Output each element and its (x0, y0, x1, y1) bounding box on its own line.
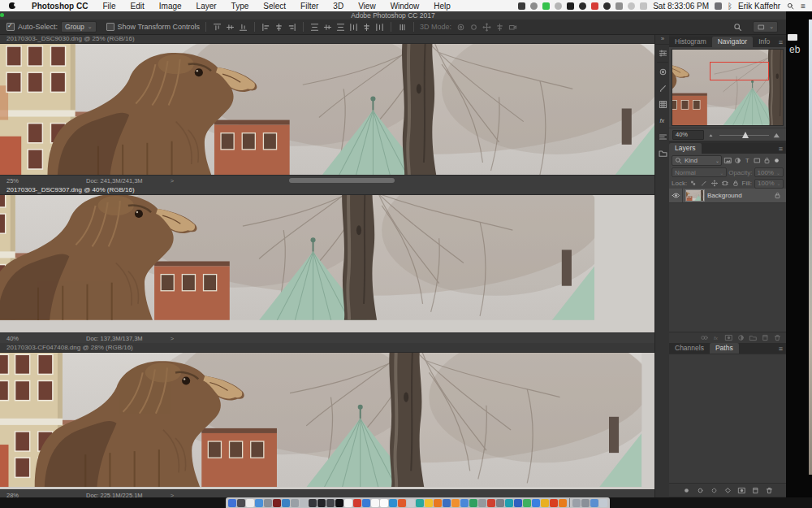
menubar-status-icon[interactable] (628, 2, 635, 10)
menubar-status-icon[interactable] (615, 2, 623, 10)
zoom-in-icon[interactable] (772, 129, 783, 140)
navigator-zoom-slider[interactable] (719, 131, 769, 139)
dock-app-icon[interactable] (523, 499, 531, 507)
tab-histogram[interactable]: Histogram (669, 37, 712, 47)
dock-app-icon[interactable] (550, 499, 558, 507)
dock-app-icon[interactable] (380, 499, 388, 507)
document-window-1[interactable]: 20170303-_DSC9030.dng @ 25% (RGB/16) 25%… (0, 34, 654, 185)
menu-select[interactable]: Select (256, 2, 293, 11)
dock-app-icon[interactable] (505, 499, 513, 507)
lock-artboard-icon[interactable] (721, 179, 729, 188)
link-layers-icon[interactable] (700, 333, 709, 342)
document-window-3[interactable]: 20170303-CF047408.dng @ 28% (RGB/16) 28%… (0, 343, 654, 500)
status-chevron[interactable]: > (143, 335, 174, 342)
document-1-canvas[interactable] (0, 44, 654, 175)
dock-app-icon[interactable] (255, 499, 263, 507)
dock-folder-icon[interactable] (572, 499, 581, 507)
layer-row-background[interactable]: Background (669, 189, 786, 203)
menubar-status-icon[interactable] (555, 2, 562, 10)
path-as-selection-icon[interactable] (710, 486, 719, 495)
dock-app-icon[interactable] (496, 499, 504, 507)
lock-transparency-icon[interactable] (689, 179, 698, 188)
menu-photoshop[interactable]: Photoshop CC (24, 2, 95, 11)
dock-folder-icon[interactable] (599, 499, 607, 507)
workspace-switcher[interactable]: ⌄ (753, 21, 778, 33)
opacity-select[interactable]: 100%⌄ (754, 167, 784, 177)
document-2-titlebar[interactable]: 20170303-_DSC9307.dng @ 40% (RGB/16) (0, 185, 654, 195)
dock-app-icon[interactable] (398, 499, 406, 507)
align-left-edges-icon[interactable] (261, 22, 271, 33)
slider-thumb[interactable] (742, 132, 749, 138)
dock-app-icon[interactable] (541, 499, 549, 507)
menubar-clock[interactable]: Sat 8:33:06 PM (653, 2, 709, 11)
document-3-titlebar[interactable]: 20170303-CF047408.dng @ 28% (RGB/16) (0, 343, 654, 353)
dock-app-icon[interactable] (389, 499, 397, 507)
document-1-titlebar[interactable]: 20170303-_DSC9030.dng @ 25% (RGB/16) (0, 34, 654, 44)
new-adjustment-layer-icon[interactable] (736, 333, 745, 342)
show-transform-checkbox[interactable] (106, 23, 114, 31)
new-group-icon[interactable] (749, 333, 758, 342)
input-source-icon[interactable] (715, 2, 722, 10)
menubar-status-icon[interactable] (567, 2, 574, 10)
zoom-level-field[interactable]: 40% (0, 335, 55, 342)
align-vertical-centers-icon[interactable] (225, 22, 235, 33)
zoom-out-icon[interactable] (707, 130, 716, 139)
auto-select-dropdown[interactable]: Group⌄ (61, 21, 97, 33)
window-zoom-button[interactable] (0, 13, 4, 17)
lock-all-icon[interactable] (732, 179, 740, 188)
distribute-left-icon[interactable] (348, 22, 359, 33)
menu-help[interactable]: Help (426, 2, 458, 11)
dock-app-icon[interactable] (443, 499, 451, 507)
dock-folder-icon[interactable] (590, 499, 598, 507)
dock-app-icon[interactable] (425, 499, 433, 507)
dock-app-icon[interactable] (246, 499, 254, 507)
dock-app-icon[interactable] (317, 499, 326, 507)
menubar-status-icon[interactable] (579, 2, 586, 10)
dock-app-icon[interactable] (353, 499, 361, 507)
dock-app-icon[interactable] (514, 499, 522, 507)
menu-view[interactable]: View (351, 2, 383, 11)
menu-image[interactable]: Image (152, 2, 189, 11)
layer-filter-dropdown[interactable]: Kind ⌄ (672, 155, 722, 166)
dock-app-icon[interactable] (282, 499, 290, 507)
dock-app-icon[interactable] (559, 499, 567, 507)
menu-file[interactable]: File (95, 2, 123, 11)
dock-app-icon[interactable] (451, 499, 460, 507)
dock-app-icon[interactable] (326, 499, 335, 507)
menu-layer[interactable]: Layer (189, 2, 224, 11)
horizontal-scrollbar[interactable] (289, 178, 395, 183)
libraries-panel-icon[interactable] (658, 148, 668, 158)
delete-path-icon[interactable] (765, 486, 774, 495)
panel-menu-icon[interactable]: ≡ (779, 144, 786, 154)
expand-panels-button[interactable]: » (655, 34, 670, 45)
navigator-thumbnail[interactable] (672, 50, 783, 125)
align-bottom-edges-icon[interactable] (238, 22, 248, 33)
new-layer-icon[interactable] (761, 333, 770, 342)
auto-select-checkbox[interactable] (6, 23, 15, 31)
menu-edit[interactable]: Edit (123, 2, 152, 11)
menu-type[interactable]: Type (224, 2, 257, 11)
add-layer-mask-icon[interactable] (724, 333, 733, 342)
dock-app-icon[interactable] (407, 499, 415, 507)
panel-menu-icon[interactable]: ≡ (779, 37, 786, 47)
photoshop-window-titlebar[interactable]: Adobe Photoshop CC 2017 (0, 11, 786, 20)
layer-name[interactable]: Background (707, 192, 770, 199)
dock-app-icon[interactable] (291, 499, 299, 507)
lock-pixels-icon[interactable] (700, 179, 708, 188)
spotlight-icon[interactable] (786, 2, 795, 11)
delete-layer-icon[interactable] (773, 333, 782, 342)
styles-panel-icon[interactable] (658, 115, 668, 126)
menubar-status-icon[interactable] (640, 2, 647, 10)
menubar-status-icon[interactable] (518, 2, 525, 10)
fill-select[interactable]: 100%⌄ (754, 179, 784, 189)
menubar-status-icon[interactable] (591, 2, 598, 10)
adjustments-panel-icon[interactable] (658, 48, 668, 59)
dock-folder-icon[interactable] (581, 499, 590, 507)
dock-app-icon[interactable] (273, 499, 281, 507)
lock-position-icon[interactable] (710, 179, 719, 188)
filter-smart-objects-icon[interactable] (762, 156, 771, 165)
dock-app-icon[interactable] (309, 499, 317, 507)
layer-filter-toggle[interactable] (772, 156, 781, 165)
filter-pixel-layers-icon[interactable] (723, 156, 732, 165)
align-right-edges-icon[interactable] (287, 22, 297, 33)
